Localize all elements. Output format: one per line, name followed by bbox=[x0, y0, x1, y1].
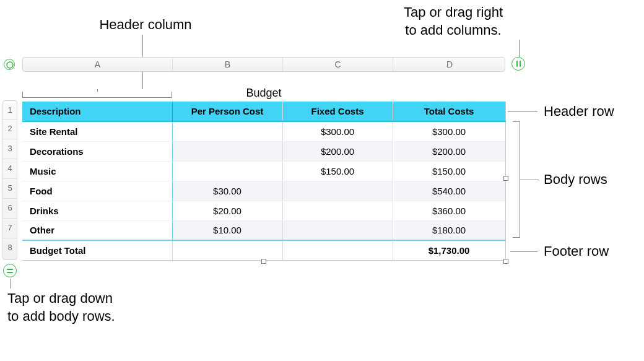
table-row[interactable]: Food $30.00 $540.00 bbox=[22, 181, 505, 201]
column-header-D[interactable]: D bbox=[393, 58, 506, 71]
callout-line bbox=[510, 251, 537, 252]
cell-fixed[interactable] bbox=[282, 220, 393, 240]
add-column-handle-icon[interactable] bbox=[511, 57, 525, 71]
cell-fixed[interactable] bbox=[282, 201, 393, 220]
footer-fixed[interactable] bbox=[282, 240, 393, 260]
budget-table[interactable]: Description Per Person Cost Fixed Costs … bbox=[22, 102, 506, 261]
row-header-8[interactable]: 8 bbox=[3, 238, 17, 258]
table-title[interactable]: Budget bbox=[22, 87, 505, 100]
row-header-6[interactable]: 6 bbox=[3, 199, 17, 219]
selection-handle-icon[interactable] bbox=[261, 259, 266, 264]
callout-body-rows: Body rows bbox=[544, 171, 607, 189]
row-header-7[interactable]: 7 bbox=[3, 219, 17, 238]
table-row[interactable]: Drinks $20.00 $360.00 bbox=[22, 201, 505, 220]
cell-desc[interactable]: Food bbox=[22, 181, 172, 201]
callout-line bbox=[519, 40, 520, 57]
callout-line bbox=[508, 111, 537, 112]
row-header-3[interactable]: 3 bbox=[3, 139, 17, 159]
cell-per[interactable] bbox=[172, 161, 282, 181]
cell-desc[interactable]: Site Rental bbox=[22, 121, 172, 141]
row-header-2[interactable]: 2 bbox=[3, 120, 17, 139]
selection-handle-icon[interactable] bbox=[503, 176, 508, 181]
column-header-A[interactable]: A bbox=[23, 58, 173, 71]
svg-point-0 bbox=[7, 62, 13, 68]
column-header-C[interactable]: C bbox=[283, 58, 393, 71]
cell-desc[interactable]: Other bbox=[22, 220, 172, 240]
cell-desc[interactable]: Music bbox=[22, 161, 172, 181]
cell-total[interactable]: $180.00 bbox=[393, 220, 505, 240]
cell-total[interactable]: $540.00 bbox=[393, 181, 505, 201]
table-row[interactable]: Decorations $200.00 $200.00 bbox=[22, 141, 505, 161]
body-rows: Site Rental $300.00 $300.00 Decorations … bbox=[22, 121, 505, 240]
cell-per[interactable] bbox=[172, 141, 282, 161]
header-fixed-costs[interactable]: Fixed Costs bbox=[282, 102, 393, 121]
table-row[interactable]: Site Rental $300.00 $300.00 bbox=[22, 121, 505, 141]
callout-add-body-rows: Tap or drag down to add body rows. bbox=[0, 290, 136, 325]
add-row-handle-icon[interactable] bbox=[3, 264, 17, 277]
table-row[interactable]: Other $10.00 $180.00 bbox=[22, 220, 505, 240]
table-row[interactable]: Music $150.00 $150.00 bbox=[22, 161, 505, 181]
row-header-4[interactable]: 4 bbox=[3, 159, 17, 179]
cell-per[interactable]: $20.00 bbox=[172, 201, 282, 220]
callout-line bbox=[10, 279, 11, 289]
table-selection-handle-icon[interactable] bbox=[4, 59, 15, 70]
cell-total[interactable]: $360.00 bbox=[393, 201, 505, 220]
header-per-person[interactable]: Per Person Cost bbox=[172, 102, 282, 121]
cell-fixed[interactable]: $150.00 bbox=[282, 161, 393, 181]
cell-desc[interactable]: Drinks bbox=[22, 201, 172, 220]
selection-handle-icon[interactable] bbox=[503, 259, 508, 264]
row-header-1[interactable]: 1 bbox=[3, 101, 17, 120]
header-row[interactable]: Description Per Person Cost Fixed Costs … bbox=[22, 102, 505, 121]
cell-desc[interactable]: Decorations bbox=[22, 141, 172, 161]
callout-footer-row: Footer row bbox=[544, 243, 609, 261]
cell-fixed[interactable]: $300.00 bbox=[282, 121, 393, 141]
callout-line bbox=[520, 180, 539, 180]
row-header-strip[interactable]: 1 2 3 4 5 6 7 8 bbox=[2, 100, 17, 260]
callout-header-row: Header row bbox=[544, 103, 614, 121]
cell-total[interactable]: $300.00 bbox=[393, 121, 505, 141]
footer-total[interactable]: $1,730.00 bbox=[393, 240, 505, 260]
row-header-5[interactable]: 5 bbox=[3, 179, 17, 199]
bracket-body-rows bbox=[513, 121, 520, 238]
column-header-B[interactable]: B bbox=[173, 58, 283, 71]
callout-add-columns: Tap or drag right to add columns. bbox=[373, 4, 534, 39]
cell-fixed[interactable] bbox=[282, 181, 393, 201]
header-description[interactable]: Description bbox=[22, 102, 172, 121]
footer-row[interactable]: Budget Total $1,730.00 bbox=[22, 240, 505, 260]
cell-per[interactable]: $30.00 bbox=[172, 181, 282, 201]
footer-desc[interactable]: Budget Total bbox=[22, 240, 172, 260]
cell-total[interactable]: $200.00 bbox=[393, 141, 505, 161]
cell-fixed[interactable]: $200.00 bbox=[282, 141, 393, 161]
cell-total[interactable]: $150.00 bbox=[393, 161, 505, 181]
cell-per[interactable] bbox=[172, 121, 282, 141]
footer-per[interactable] bbox=[172, 240, 282, 260]
header-total-costs[interactable]: Total Costs bbox=[393, 102, 505, 121]
cell-per[interactable]: $10.00 bbox=[172, 220, 282, 240]
column-header-strip[interactable]: A B C D bbox=[22, 57, 505, 72]
callout-header-column: Header column bbox=[93, 16, 198, 34]
